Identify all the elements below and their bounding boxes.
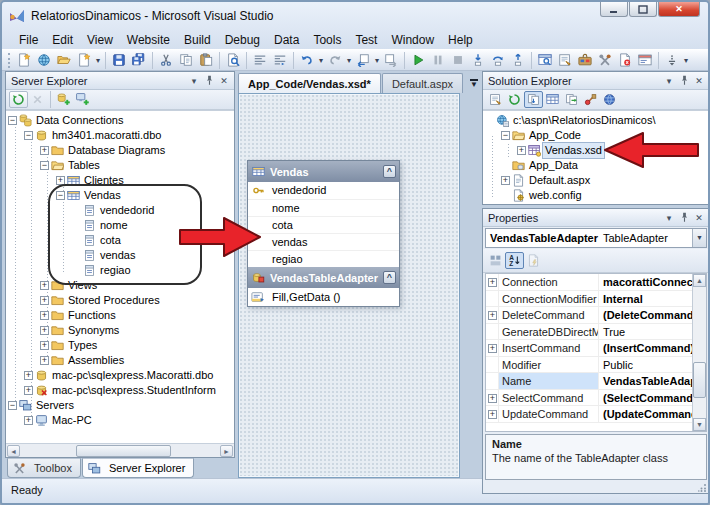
property-row-selectcommand[interactable]: +SelectCommand(SelectCommand) (486, 390, 706, 407)
property-row-deletecommand[interactable]: +DeleteCommand(DeleteCommand) (486, 307, 706, 324)
collapse-chevron-icon[interactable]: ^ (383, 165, 396, 178)
property-row-name[interactable]: NameVendasTableAdapter (486, 373, 706, 390)
property-value[interactable]: macorattiConnection (599, 274, 706, 290)
property-row-generatedbdirectm[interactable]: GenerateDBDirectMTrue (486, 324, 706, 341)
minimize-button[interactable] (600, 2, 628, 17)
expand-icon[interactable]: + (488, 311, 497, 320)
property-row-connection[interactable]: +ConnectionmacorattiConnection (486, 274, 706, 291)
expand-icon[interactable]: + (24, 386, 33, 395)
property-row-modifier[interactable]: ModifierPublic (486, 357, 706, 374)
property-value[interactable]: Internal (599, 291, 706, 307)
menu-data[interactable]: Data (267, 32, 306, 48)
break-all-icon[interactable] (428, 51, 448, 69)
chevron-down-icon[interactable]: ▼ (692, 229, 706, 247)
expand-icon[interactable]: + (40, 326, 49, 335)
close-panel-icon[interactable]: ✕ (692, 74, 706, 88)
step-into-icon[interactable] (468, 51, 488, 69)
refresh-icon[interactable] (505, 91, 524, 108)
server-explorer-item-mac-pc-sqlexpress-macoratti-dbo[interactable]: +mac-pc\sqlexpress.Macoratti.dbo (6, 368, 234, 383)
close-panel-icon[interactable]: ✕ (217, 74, 231, 88)
expand-icon[interactable]: + (488, 394, 497, 403)
auto-hide-pin-icon[interactable] (202, 74, 216, 88)
new-website-icon[interactable] (34, 51, 54, 69)
adapter-method-row[interactable]: Fill,GetData () (248, 288, 399, 306)
collapse-icon[interactable]: − (8, 116, 17, 125)
designer-column-vendedorid[interactable]: vendedorid (248, 182, 399, 199)
solution-explorer-item-c-aspn-relatoriosdinamicos[interactable]: c:\aspn\RelatoriosDinamicos\ (483, 113, 709, 128)
paste-icon[interactable] (196, 51, 216, 69)
menu-window[interactable]: Window (384, 32, 441, 48)
connect-to-database-icon[interactable] (54, 91, 73, 108)
horizontal-scrollbar[interactable]: ◄ ► (6, 443, 234, 457)
document-tab-app-code-vendas-xsd[interactable]: App_Code/Vendas.xsd* (238, 73, 381, 93)
web-site-administration-icon[interactable] (600, 91, 619, 108)
undo-icon[interactable] (297, 51, 317, 69)
property-pages-icon[interactable] (524, 252, 543, 269)
property-value[interactable]: Public (599, 357, 706, 373)
menu-test[interactable]: Test (348, 32, 384, 48)
property-row-updatecommand[interactable]: +UpdateCommand(UpdateCommand) (486, 406, 706, 423)
object-browser-icon[interactable] (535, 51, 555, 69)
server-explorer-item-stored-procedures[interactable]: +Stored Procedures (6, 293, 234, 308)
close-button[interactable]: ✕ (658, 2, 700, 17)
server-explorer-item-synonyms[interactable]: +Synonyms (6, 323, 234, 338)
window-position-menu-icon[interactable]: ▾ (662, 74, 676, 88)
server-explorer-item-database-diagrams[interactable]: +Database Diagrams (6, 143, 234, 158)
expand-icon[interactable]: + (40, 296, 49, 305)
expand-icon[interactable]: + (40, 311, 49, 320)
expand-icon[interactable]: + (488, 344, 497, 353)
add-new-item-icon[interactable] (74, 51, 94, 69)
add-new-item-dropdown-icon[interactable]: ▾ (94, 56, 102, 65)
solution-explorer-item-default-aspx[interactable]: +Default.aspx (483, 173, 709, 188)
solution-explorer-item-web-config[interactable]: web.config (483, 188, 709, 203)
menu-website[interactable]: Website (120, 32, 177, 48)
find-in-files-icon[interactable] (223, 51, 243, 69)
close-panel-icon[interactable]: ✕ (692, 211, 706, 225)
connect-to-server-icon[interactable] (73, 91, 92, 108)
server-explorer-item-data-connections[interactable]: −Data Connections (6, 113, 234, 128)
copy-web-site-icon[interactable] (562, 91, 581, 108)
redo-dropdown-icon[interactable]: ▾ (345, 56, 353, 65)
server-explorer-item-mac-pc-sqlexpress-studentinform[interactable]: +mac-pc\sqlexpress.StudentInform (6, 383, 234, 398)
toolbox-icon[interactable] (575, 51, 595, 69)
collapse-icon[interactable]: − (24, 131, 33, 140)
stop-debugging-icon[interactable] (448, 51, 468, 69)
undo-dropdown-icon[interactable]: ▾ (317, 56, 325, 65)
collapse-icon[interactable]: − (8, 401, 17, 410)
open-file-icon[interactable] (54, 51, 74, 69)
expand-icon[interactable]: + (40, 146, 49, 155)
designer-column-vendas[interactable]: vendas (248, 233, 399, 250)
categorized-icon[interactable] (486, 252, 505, 269)
server-explorer-item-mac-pc[interactable]: +Mac-PC (6, 413, 234, 428)
step-over-icon[interactable] (488, 51, 508, 69)
maximize-button[interactable] (629, 2, 657, 17)
scrollbar-thumb[interactable] (76, 445, 171, 457)
cut-icon[interactable] (156, 51, 176, 69)
view-code-icon[interactable] (543, 91, 562, 108)
collapse-chevron-icon[interactable]: ^ (383, 271, 396, 284)
expand-icon[interactable]: + (501, 176, 510, 185)
navigate-forward-icon[interactable] (381, 51, 401, 69)
property-value[interactable]: (UpdateCommand) (599, 406, 706, 422)
nest-related-files-icon[interactable] (524, 91, 543, 108)
expand-icon[interactable]: + (40, 356, 49, 365)
toolbar-grip[interactable] (8, 53, 11, 68)
new-project-icon[interactable] (14, 51, 34, 69)
expand-icon[interactable]: + (56, 176, 65, 185)
object-selector-dropdown[interactable]: VendasTableAdapter TableAdapter ▼ (485, 228, 707, 248)
asp-net-configuration-icon[interactable] (581, 91, 600, 108)
expand-icon[interactable]: + (488, 410, 497, 419)
designer-column-nome[interactable]: nome (248, 199, 399, 216)
expand-icon[interactable]: + (488, 278, 497, 287)
collapse-icon[interactable]: − (40, 161, 49, 170)
scrollbar-thumb[interactable] (693, 362, 706, 398)
property-row-connectionmodifier[interactable]: ConnectionModifierInternal (486, 291, 706, 308)
scroll-right-icon[interactable]: ► (220, 445, 233, 457)
format-selection-icon[interactable] (270, 51, 290, 69)
vertical-scrollbar[interactable]: ▲ ▼ (692, 274, 706, 431)
window-position-menu-icon[interactable]: ▾ (187, 74, 201, 88)
server-explorer-item-vendas[interactable]: −Vendas (6, 188, 234, 203)
expand-icon[interactable]: + (40, 281, 49, 290)
property-value[interactable]: (DeleteCommand) (599, 307, 706, 323)
property-row-insertcommand[interactable]: +InsertCommand(InsertCommand) (486, 340, 706, 357)
